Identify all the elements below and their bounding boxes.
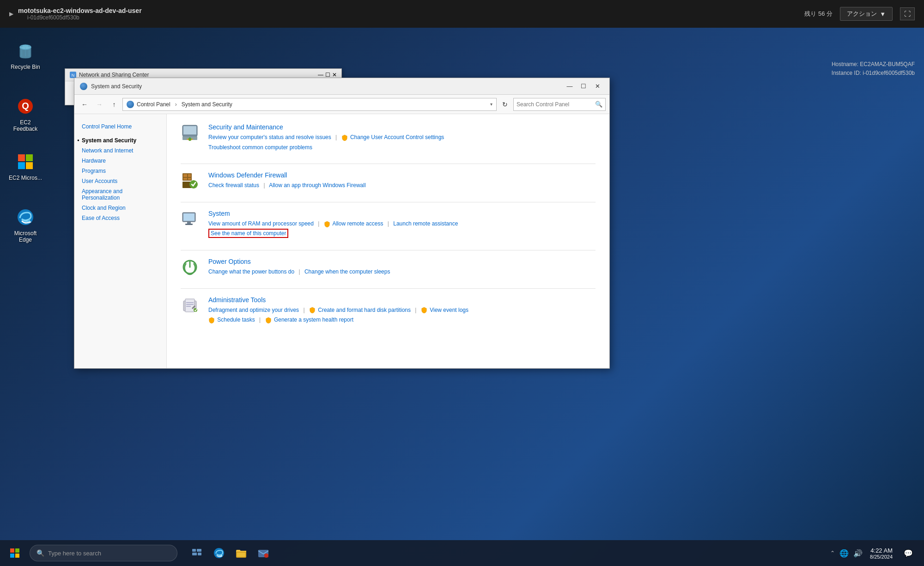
desktop-icon-ec2-feedback[interactable]: Q EC2 Feedback: [5, 92, 46, 135]
admin-tools-title[interactable]: Administrative Tools: [208, 296, 596, 304]
health-report-link[interactable]: Generate a system health report: [274, 316, 353, 323]
main-window: System and Security — ☐ ✕ ← → ↑ Control …: [74, 78, 610, 369]
sidebar-item-appearance[interactable]: Appearance and Personalization: [74, 186, 166, 203]
system-title[interactable]: System: [208, 210, 596, 217]
svg-text:N: N: [72, 73, 75, 78]
nav-refresh-button[interactable]: ↻: [498, 98, 511, 111]
uac-shield-icon: [341, 134, 348, 141]
svg-rect-5: [26, 154, 33, 161]
sidebar-item-programs[interactable]: Programs: [74, 166, 166, 176]
address-bar[interactable]: Control Panel › System and Security ▾: [122, 98, 497, 111]
taskbar-notification-button[interactable]: 💬: [900, 545, 917, 561]
desktop-icon-ms-edge[interactable]: Microsoft Edge: [5, 203, 46, 246]
desktop-icon-recycle-bin[interactable]: Recycle Bin: [5, 37, 46, 73]
disk-partitions-shield-icon: [309, 307, 316, 313]
taskbar-date: 8/25/2024: [870, 554, 893, 560]
taskbar-app-file-explorer[interactable]: [231, 543, 251, 563]
sidebar-item-network-internet[interactable]: Network and Internet: [74, 146, 166, 156]
firewall-title[interactable]: Windows Defender Firewall: [208, 171, 596, 179]
windows-logo-icon: [10, 548, 20, 558]
nav-up-button[interactable]: ↑: [108, 98, 121, 111]
allow-app-firewall-link[interactable]: Allow an app through Windows Firewall: [269, 182, 365, 189]
bg-window-icon: N: [70, 72, 76, 78]
power-buttons-link[interactable]: Change what the power buttons do: [208, 268, 294, 275]
schedule-tasks-link[interactable]: Schedule tasks: [217, 316, 255, 323]
security-maintenance-title[interactable]: Security and Maintenance: [208, 123, 596, 131]
sidebar-item-system-security[interactable]: System and Security: [74, 135, 166, 146]
window-title: System and Security: [91, 83, 559, 90]
nav-back-button[interactable]: ←: [78, 98, 91, 111]
taskbar-app-task-view[interactable]: [187, 543, 207, 563]
review-status-link[interactable]: Review your computer's status and resolv…: [208, 134, 331, 140]
troubleshoot-link[interactable]: Troubleshoot common computer problems: [208, 144, 312, 151]
tray-expand-icon[interactable]: ⌃: [830, 550, 835, 556]
svg-rect-37: [197, 549, 201, 552]
taskbar-apps: [187, 543, 274, 563]
task-view-icon: [192, 548, 202, 558]
sidebar-item-control-panel-home[interactable]: Control Panel Home: [74, 122, 166, 132]
nav-bar: ← → ↑ Control Panel › System and Securit…: [74, 95, 609, 114]
search-box[interactable]: 🔍: [513, 98, 606, 111]
taskbar-app-edge[interactable]: [209, 543, 229, 563]
check-firewall-link[interactable]: Check firewall status: [208, 182, 259, 189]
section-firewall: Windows Defender Firewall Check firewall…: [181, 171, 596, 191]
file-explorer-icon: [236, 548, 247, 558]
change-uac-link[interactable]: Change User Account Control settings: [350, 134, 444, 140]
system-links: View amount of RAM and processor speed |…: [208, 219, 596, 239]
taskbar-time: 4:22 AM: [870, 547, 893, 554]
fullscreen-button[interactable]: ⛶: [900, 7, 915, 20]
search-icon[interactable]: 🔍: [595, 101, 602, 108]
see-name-link[interactable]: See the name of this computer: [208, 229, 288, 238]
search-input[interactable]: [517, 101, 595, 108]
svg-rect-33: [15, 548, 19, 553]
win-close-button[interactable]: ✕: [591, 81, 604, 92]
svg-rect-38: [192, 553, 197, 555]
win-minimize-button[interactable]: —: [563, 81, 576, 92]
launch-remote-link[interactable]: Launch remote assistance: [393, 220, 458, 227]
top-bar: ▶ mototsuka-ec2-windows-ad-dev-ad-user i…: [0, 0, 924, 28]
notification-icon: 💬: [904, 549, 913, 558]
divider-1: [181, 164, 596, 164]
start-button[interactable]: [4, 542, 26, 564]
sidebar-item-ease-access[interactable]: Ease of Access: [74, 213, 166, 223]
volume-tray-icon[interactable]: 🔊: [853, 549, 863, 558]
divider-4: [181, 288, 596, 289]
taskbar-clock[interactable]: 4:22 AM 8/25/2024: [870, 547, 893, 560]
power-icon: [181, 258, 199, 276]
sidebar-item-clock-region[interactable]: Clock and Region: [74, 203, 166, 213]
section-admin-tools: Administrative Tools Defragment and opti…: [181, 296, 596, 325]
address-sep: ›: [175, 101, 177, 108]
sleep-settings-link[interactable]: Change when the computer sleeps: [304, 268, 390, 275]
section-security-maintenance: Security and Maintenance Review your com…: [181, 123, 596, 152]
desktop-icon-ec2-micros[interactable]: EC2 Micros...: [5, 148, 46, 184]
network-tray-icon[interactable]: 🌐: [839, 549, 849, 558]
nav-forward-button[interactable]: →: [93, 98, 106, 111]
power-title[interactable]: Power Options: [208, 258, 596, 265]
action-button[interactable]: アクション ▼: [840, 7, 893, 21]
divider-3: [181, 250, 596, 250]
win-maximize-button[interactable]: ☐: [577, 81, 590, 92]
taskbar-search-icon: 🔍: [36, 549, 44, 557]
svg-rect-15: [183, 174, 187, 177]
section-security-maintenance-body: Security and Maintenance Review your com…: [208, 123, 596, 152]
bg-win-close[interactable]: ✕: [332, 72, 337, 78]
sidebar-item-user-accounts[interactable]: User Accounts: [74, 176, 166, 186]
svg-rect-7: [26, 162, 33, 169]
instance-id: i-01d9cef6005df530b: [27, 14, 142, 21]
allow-remote-link[interactable]: Allow remote access: [332, 220, 383, 227]
taskbar-search[interactable]: 🔍 Type here to search: [30, 545, 177, 561]
disk-partitions-link[interactable]: Create and format hard disk partitions: [318, 307, 411, 313]
event-logs-link[interactable]: View event logs: [430, 307, 468, 313]
time-remaining: 残り 56 分: [804, 10, 833, 18]
defrag-link[interactable]: Defragment and optimize your drives: [208, 307, 299, 313]
sidebar-item-hardware[interactable]: Hardware: [74, 156, 166, 166]
system-icon: [181, 210, 199, 228]
view-ram-link[interactable]: View amount of RAM and processor speed: [208, 220, 314, 227]
taskbar-app-mail[interactable]: [253, 543, 274, 563]
address-text: Control Panel: [137, 101, 170, 108]
divider-2: [181, 202, 596, 202]
svg-rect-36: [192, 549, 196, 552]
event-logs-shield-icon: [421, 307, 427, 313]
bg-win-maximize[interactable]: ☐: [325, 72, 330, 78]
bg-win-minimize[interactable]: —: [318, 72, 323, 78]
